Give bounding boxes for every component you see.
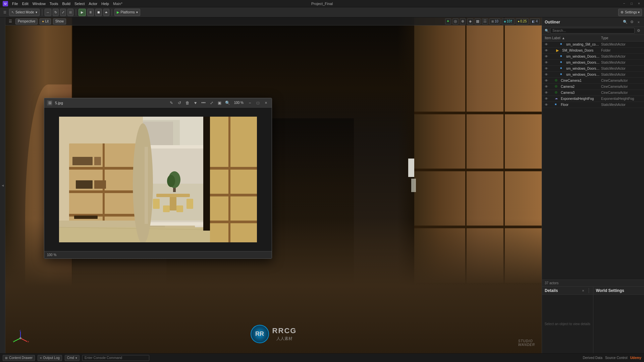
outliner-settings-btn[interactable]: ⚙: [629, 19, 635, 25]
iv-refresh-button[interactable]: ↺: [176, 100, 182, 106]
transform-scale-button[interactable]: ⤢: [60, 9, 66, 16]
menu-file[interactable]: File: [12, 2, 18, 6]
tab-label[interactable]: Main*: [113, 2, 122, 6]
left-panel-toggle[interactable]: ◀: [0, 17, 5, 353]
menu-help[interactable]: Help: [101, 2, 109, 6]
list-item[interactable]: 👁 ■ sm_windows_Doors_SM_Door_Entrance St…: [542, 54, 644, 60]
list-item[interactable]: 👁 ◎ Camera3 CineCameraActor: [542, 90, 644, 96]
separator-1: [42, 9, 42, 16]
visibility-icon[interactable]: 👁: [545, 91, 549, 95]
menu-actor[interactable]: Actor: [89, 2, 98, 6]
list-item[interactable]: 👁 ■ sm_seating_SM_couch_livingRoom Stati…: [542, 42, 644, 48]
cmd-button[interactable]: Cmd ▾: [65, 355, 79, 361]
outliner-footer: 37 actors: [542, 280, 644, 286]
iv-maximize-button[interactable]: □: [255, 100, 261, 106]
settings-button[interactable]: ⚙ Settings ▾: [618, 9, 642, 16]
sidebar-toggle-button[interactable]: ☰: [2, 9, 8, 16]
close-button[interactable]: ×: [637, 1, 641, 6]
details-close-btn[interactable]: ×: [581, 288, 586, 293]
menu-edit[interactable]: Edit: [22, 2, 29, 6]
source-control-link[interactable]: Source Control: [605, 356, 628, 360]
col-type-header[interactable]: Type: [601, 36, 641, 40]
eject-button[interactable]: ⏏: [103, 9, 109, 16]
menu-tools[interactable]: Tools: [50, 2, 58, 6]
visibility-icon[interactable]: 👁: [545, 97, 549, 101]
col-sort-icon: ▲: [562, 36, 565, 40]
show-button[interactable]: Show: [53, 18, 66, 24]
nav-icon-4[interactable]: ◈: [467, 18, 473, 24]
nav-icon-5[interactable]: ▦: [475, 18, 481, 24]
outliner-search-btn[interactable]: 🔍: [623, 19, 628, 25]
icon4-stat[interactable]: ◧ 4: [530, 18, 540, 24]
console-input[interactable]: [82, 355, 149, 361]
content-drawer-button[interactable]: ⊞ Content Drawer: [3, 355, 35, 361]
iv-more-button[interactable]: •••: [201, 100, 207, 106]
col-label-text: Item Label: [545, 36, 560, 40]
select-mode-button[interactable]: ↖ Select Mode ▾: [9, 9, 40, 16]
transform-move-button[interactable]: ↔: [45, 9, 51, 16]
iv-frame-button[interactable]: ▣: [217, 100, 223, 106]
viewport-menu-icon[interactable]: ☰: [7, 18, 13, 24]
nav-icon-1[interactable]: ✦: [445, 18, 451, 24]
grid-stat[interactable]: ⊞ 10: [489, 18, 500, 24]
settings-area: ⚙ Settings ▾: [618, 9, 642, 16]
output-log-button[interactable]: ≡ Output Log: [38, 355, 62, 361]
nav-icon-3[interactable]: ⊕: [460, 18, 466, 24]
iv-zoom-button[interactable]: 🔍: [225, 100, 231, 106]
derived-data-link[interactable]: Derived Data: [583, 356, 602, 360]
outliner-close-btn[interactable]: ×: [636, 19, 641, 25]
menu-build[interactable]: Build: [62, 2, 70, 6]
iv-trash-button[interactable]: 🗑: [184, 100, 191, 106]
menu-select[interactable]: Select: [74, 2, 85, 6]
outliner-filter-btn[interactable]: ⚙: [636, 28, 641, 34]
nav-icon-2[interactable]: ◎: [452, 18, 459, 24]
menu-window[interactable]: Window: [33, 2, 46, 6]
nav-icon-6[interactable]: ☷: [482, 18, 488, 24]
platforms-button[interactable]: ▶ Platforms ▾: [114, 9, 140, 16]
visibility-icon[interactable]: 👁: [545, 85, 549, 88]
outliner-search-bar[interactable]: 🔍 ⚙: [542, 27, 644, 35]
list-item[interactable]: 👁 ☁ ExponentialHeightFog ExponentialHeig…: [542, 96, 644, 102]
viewport[interactable]: ☰ Perspective ● Lit Show ✦ ◎ ⊕ ◈ ▦ ☷ ⊞: [5, 17, 542, 353]
col-label-header[interactable]: Item Label ▲: [545, 36, 601, 40]
actor-count: 37 actors: [545, 281, 558, 285]
list-item[interactable]: 👁 ■ Floor StaticMeshActor: [542, 102, 644, 108]
visibility-icon[interactable]: 👁: [545, 61, 549, 64]
iv-heart-button[interactable]: ♥: [193, 100, 199, 106]
iv-minus-button[interactable]: −: [247, 100, 253, 106]
visibility-icon[interactable]: 👁: [545, 73, 549, 76]
zoom-stat[interactable]: ● 0.25: [516, 18, 529, 24]
iv-edit-button[interactable]: ✎: [168, 100, 174, 106]
stop-button[interactable]: ⏹: [95, 9, 102, 16]
minimize-button[interactable]: −: [622, 1, 627, 6]
maximize-button[interactable]: □: [629, 1, 634, 6]
list-item[interactable]: 👁 ■ sm_windows_Doors_SM_Window_InShelve …: [542, 66, 644, 72]
select-mode-icon: ↖: [11, 10, 14, 14]
image-viewer-titlebar[interactable]: 🖼 5.jpg ✎ ↺ 🗑 ♥ ••• ⤢ ▣ 🔍 100 % − □ ×: [44, 98, 272, 108]
scale-stat[interactable]: ◈ 10†: [502, 18, 515, 24]
list-item[interactable]: 👁 ▶ SM_Windows_Doors Folder: [542, 48, 644, 54]
pause-button[interactable]: ⏸: [87, 9, 94, 16]
list-item[interactable]: 👁 ■ sm_windows_Doors_SM_Door_Metal01 Sta…: [542, 60, 644, 66]
iv-close-button[interactable]: ×: [263, 100, 269, 106]
list-item[interactable]: 👁 ◎ Camera2 CineCameraActor: [542, 84, 644, 90]
transform-rotate-button[interactable]: ↻: [53, 9, 59, 16]
visibility-icon[interactable]: 👁: [545, 49, 549, 52]
list-item[interactable]: 👁 ■ sm_windows_Doors_SM_WindowSlide Stat…: [542, 72, 644, 78]
select-mode-label: Select Mode: [15, 10, 34, 14]
visibility-icon[interactable]: 👁: [545, 67, 549, 70]
platforms-label: Platforms: [121, 10, 135, 14]
lit-button[interactable]: ● Lit: [40, 18, 51, 24]
play-button[interactable]: ▶: [78, 9, 86, 16]
shelf-2: [414, 169, 542, 171]
visibility-icon[interactable]: 👁: [545, 79, 549, 82]
iv-expand-button[interactable]: ⤢: [209, 100, 215, 106]
snap-button[interactable]: ⊞: [67, 9, 73, 16]
perspective-button[interactable]: Perspective: [15, 18, 38, 24]
image-viewer-app-icon: 🖼: [47, 100, 52, 106]
visibility-icon[interactable]: 👁: [545, 103, 549, 107]
visibility-icon[interactable]: 👁: [545, 43, 549, 46]
visibility-icon[interactable]: 👁: [545, 55, 549, 58]
list-item[interactable]: 👁 ◎ CineCamera1 CineCameraActor: [542, 78, 644, 84]
outliner-search-input[interactable]: [550, 28, 635, 34]
